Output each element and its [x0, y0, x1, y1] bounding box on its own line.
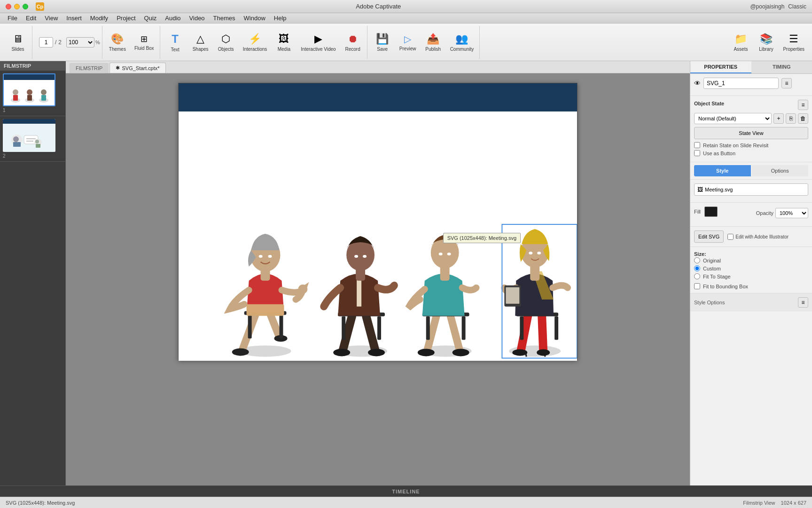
- record-button[interactable]: ⏺ Record: [341, 28, 365, 57]
- add-state-button[interactable]: +: [773, 113, 784, 124]
- object-name-row: 👁 ≡: [694, 78, 808, 89]
- svg-rect-71: [554, 317, 558, 340]
- menu-project[interactable]: Project: [113, 14, 139, 23]
- use-as-button-checkbox[interactable]: [694, 150, 700, 156]
- canvas-wrapper[interactable]: SVG (1025x448): Meeting.svg: [66, 73, 690, 485]
- visibility-icon[interactable]: 👁: [694, 79, 701, 87]
- timing-tab[interactable]: TIMING: [751, 61, 812, 73]
- save-button[interactable]: 💾 Save: [370, 28, 395, 57]
- properties-tab[interactable]: PROPERTIES: [690, 61, 751, 73]
- svg-rect-7: [27, 95, 32, 101]
- toolbar-group-themes: 🎨 Themes ⊞ Fluid Box: [103, 26, 160, 59]
- svg-rect-1: [4, 74, 55, 80]
- fit-bounding-box-label: Fit to Bounding Box: [703, 284, 748, 289]
- use-as-button-label: Use as Button: [703, 151, 735, 156]
- use-as-button-row: Use as Button: [694, 150, 808, 156]
- preview-icon: ▷: [404, 33, 411, 45]
- menu-edit[interactable]: Edit: [22, 14, 40, 23]
- properties-label: Properties: [783, 47, 804, 52]
- retain-state-checkbox[interactable]: [694, 142, 700, 148]
- svg-rect-12: [3, 119, 55, 124]
- toolbar-right-group: 📁 Assets 📚 Library ☰ Properties: [728, 28, 808, 57]
- menu-file[interactable]: File: [4, 14, 21, 23]
- state-select[interactable]: Normal (Default) Hover: [694, 113, 772, 124]
- preview-button[interactable]: ▷ Preview: [396, 28, 420, 57]
- media-button[interactable]: 🖼 Media: [272, 28, 296, 57]
- record-label: Record: [345, 47, 360, 52]
- filmstrip-tab[interactable]: FILMSTRIP: [4, 63, 31, 69]
- style-button[interactable]: Style: [694, 165, 751, 176]
- interactive-video-button[interactable]: ▶ Interactive Video: [297, 28, 339, 57]
- svg-rect-15: [13, 142, 21, 147]
- size-custom-radio[interactable]: [694, 265, 700, 271]
- options-menu-button[interactable]: ≡: [781, 78, 792, 88]
- menu-themes[interactable]: Themes: [210, 14, 239, 23]
- shapes-button[interactable]: △ Shapes: [188, 28, 213, 57]
- fill-color-swatch[interactable]: [704, 206, 718, 217]
- svg-point-76: [529, 252, 532, 254]
- fit-bounding-box-row: Fit to Bounding Box: [690, 283, 812, 293]
- object-name-input[interactable]: [703, 78, 779, 89]
- tab-filmstrip[interactable]: FILMSTRIP: [70, 63, 109, 73]
- opacity-select[interactable]: 100% 75% 50%: [775, 208, 808, 218]
- fill-row: Fill: [694, 206, 718, 217]
- menu-modify[interactable]: Modify: [86, 14, 112, 23]
- objects-button[interactable]: ⬡ Objects: [214, 28, 238, 57]
- menu-help[interactable]: Help: [270, 14, 290, 23]
- text-button[interactable]: T Text: [163, 28, 187, 57]
- state-options-button[interactable]: ≡: [798, 100, 808, 110]
- edit-ai-checkbox[interactable]: [727, 234, 734, 240]
- tab-modified-indicator: ✱: [116, 65, 120, 71]
- slides-button[interactable]: 🖥 Slides: [6, 28, 30, 57]
- interactions-button[interactable]: ⚡ Interactions: [239, 28, 271, 57]
- themes-button[interactable]: 🎨 Themes: [105, 28, 130, 57]
- status-text: SVG (1025x448): Meeting.svg: [6, 500, 75, 506]
- zoom-select[interactable]: 100 75 50: [66, 37, 94, 48]
- fit-bounding-box-checkbox[interactable]: [694, 283, 700, 289]
- main-layout: FILMSTRIP: [0, 61, 812, 485]
- publish-button[interactable]: 📤 Publish: [421, 28, 445, 57]
- style-options-button[interactable]: ≡: [798, 297, 808, 308]
- slide-item-1[interactable]: 1: [0, 71, 65, 116]
- slide-thumb-2: [3, 119, 55, 152]
- size-original-radio[interactable]: [694, 257, 700, 263]
- menu-quiz[interactable]: Quiz: [141, 14, 161, 23]
- state-view-button[interactable]: State View: [694, 127, 808, 139]
- library-button[interactable]: 📚 Library: [754, 28, 778, 57]
- svg-rect-45: [357, 278, 361, 307]
- menu-audio[interactable]: Audio: [161, 14, 184, 23]
- size-custom-label: Custom: [703, 266, 721, 271]
- slide-number-1: 1: [3, 108, 62, 113]
- page-current-input[interactable]: [39, 37, 53, 48]
- edit-svg-button[interactable]: Edit SVG: [694, 230, 724, 243]
- tab-file[interactable]: ✱ SVG_Start.cptx*: [109, 63, 165, 73]
- object-state-header: Object State ≡: [694, 100, 808, 110]
- style-options-section: Style Options: [690, 162, 812, 180]
- menu-view[interactable]: View: [41, 14, 62, 23]
- title-bar: Cp Adobe Captivate @poojaisingh Classic: [0, 0, 812, 13]
- menu-insert[interactable]: Insert: [62, 14, 86, 23]
- edit-ai-label: Edit with Adobe Illustrator: [735, 234, 789, 239]
- window-title: Adobe Captivate: [10, 3, 746, 10]
- slide-header: [179, 83, 577, 111]
- community-button[interactable]: 👥 Community: [446, 28, 478, 57]
- fluid-box-button[interactable]: ⊞ Fluid Box: [131, 28, 158, 57]
- slides-label: Slides: [11, 47, 24, 52]
- menu-window[interactable]: Window: [240, 14, 269, 23]
- size-label: Size:: [694, 251, 706, 257]
- svg-point-6: [27, 89, 32, 95]
- size-fit-stage-radio[interactable]: [694, 273, 700, 279]
- save-icon: 💾: [376, 33, 389, 45]
- options-button[interactable]: Options: [752, 165, 809, 176]
- delete-state-button[interactable]: 🗑: [798, 113, 808, 124]
- properties-button[interactable]: ☰ Properties: [779, 28, 808, 57]
- copy-state-button[interactable]: ⎘: [786, 113, 796, 124]
- assets-button[interactable]: 📁 Assets: [728, 28, 753, 57]
- svg-line-64: [542, 316, 543, 351]
- menu-video[interactable]: Video: [186, 14, 209, 23]
- slide-item-2[interactable]: 2: [0, 116, 65, 162]
- svg-point-36: [268, 255, 272, 258]
- title-bar-right: @poojaisingh Classic: [750, 3, 806, 10]
- layout-mode: Classic: [788, 3, 806, 10]
- svg-rect-43: [342, 317, 345, 340]
